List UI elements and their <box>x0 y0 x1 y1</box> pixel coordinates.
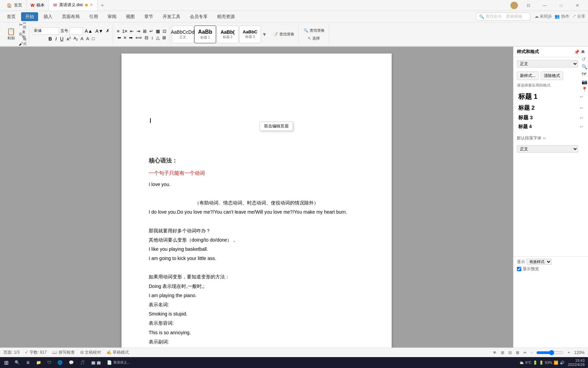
eye-icon[interactable]: 👁 <box>493 350 497 355</box>
grid-icon[interactable]: ⊞ <box>501 350 504 355</box>
panel-icon-4[interactable]: 🗺 <box>582 72 587 77</box>
show-valid-select[interactable]: 有效样式 <box>526 259 552 265</box>
decrease-font-button[interactable]: A▼ <box>94 28 104 34</box>
zoom-slider[interactable] <box>536 350 564 355</box>
taskbar-wps[interactable]: 📄 英语讲义... <box>104 358 132 367</box>
taskbar-browser[interactable]: 🌐 <box>55 358 65 367</box>
new-style-button[interactable]: 新样式... <box>517 72 539 80</box>
ribbon-tab-resource[interactable]: 稻壳资源 <box>213 12 239 21</box>
table-button[interactable]: ⊞ <box>161 35 167 40</box>
multiline-button[interactable]: ⊞ <box>142 29 148 34</box>
show-preview-checkbox[interactable] <box>517 267 521 271</box>
style-item-h3[interactable]: 标题 3 ↩ <box>517 113 585 122</box>
ribbon-tab-layout[interactable]: 页面布局 <box>58 12 84 21</box>
tab-doc[interactable]: W 英语讲义.doc ✕ <box>49 0 97 11</box>
find-replace-button[interactable]: 🔍 查找替换 <box>301 27 327 34</box>
add-tab-button[interactable]: + <box>97 2 107 9</box>
tab-wps[interactable]: W 稿本 <box>27 0 49 11</box>
border-button[interactable]: □ <box>91 36 96 41</box>
taskbar-music[interactable]: 🎵 <box>77 358 88 367</box>
collab-icon[interactable]: 👥 协作 <box>555 14 569 19</box>
style-more-button[interactable]: ▾ <box>262 31 267 37</box>
style-item-h4[interactable]: 标题 4 ↩ <box>517 122 585 131</box>
draft-mode[interactable]: ✍ 草稿模式 <box>107 350 129 355</box>
view-icon[interactable]: ⊠ <box>516 350 519 355</box>
paste-button[interactable]: 📋 粘贴 <box>5 26 17 43</box>
font-name-input[interactable] <box>32 27 59 35</box>
justify-button[interactable]: ⟺ <box>134 35 143 40</box>
tab-close-icon[interactable]: ✕ <box>90 3 93 7</box>
bold-button[interactable]: B <box>47 36 53 42</box>
close-button[interactable]: ✕ <box>570 0 585 11</box>
subscript-button[interactable]: A2 <box>72 36 79 41</box>
tile-layout-button[interactable]: ⊡ <box>521 0 536 11</box>
border-para-button[interactable]: ⊡ <box>162 29 167 34</box>
taskbar-wechat[interactable]: 💬 <box>66 358 77 367</box>
line-spacing-button[interactable]: ↕ <box>150 35 154 40</box>
indent-decrease-button[interactable]: ⇤ <box>129 29 135 34</box>
align-right-button[interactable]: ➡ <box>128 35 134 40</box>
taskbar-security[interactable]: 🛡 <box>45 358 54 367</box>
shapes-button[interactable]: △ <box>155 35 161 40</box>
italic-button[interactable]: I <box>54 36 58 42</box>
style-item-h1[interactable]: 标题 1 ↩ <box>517 91 585 103</box>
panel-icon-1[interactable]: ✎ <box>582 49 587 55</box>
increase-font-button[interactable]: A▲ <box>84 28 94 34</box>
current-style-select[interactable]: 正文 <box>517 60 578 67</box>
panel-icon-2[interactable]: ↺ <box>582 57 587 62</box>
style-normal[interactable]: AaBbCcDd 正文 <box>172 26 194 43</box>
ribbon-tab-start[interactable]: 开始 <box>21 12 38 21</box>
doc-compare[interactable]: ⊟ 文稿校对 <box>80 350 101 355</box>
linebreak-button[interactable]: ↵ <box>148 29 154 34</box>
tab-home[interactable]: 🏠 首页 <box>3 0 27 11</box>
taskbar-meeting[interactable]: 🏢 🏢 <box>88 358 103 367</box>
panel-icon-3[interactable]: 🔍 <box>582 64 587 70</box>
ribbon-tab-ref[interactable]: 引用 <box>85 12 102 21</box>
sync-icon[interactable]: ☁ 未同步 <box>535 14 552 19</box>
zoom-plus-button[interactable]: + <box>568 350 570 355</box>
ribbon-tab-review[interactable]: 审阅 <box>103 12 120 21</box>
format-painter-button[interactable]: 🖌 格式刷 <box>18 40 27 47</box>
align-left-button[interactable]: ⬅ <box>116 35 122 40</box>
start-button[interactable]: ⊞ <box>1 358 11 367</box>
doc-content[interactable]: 核心语法： 一个句子只能有一个动词 I love you. （有助动词、情态动词… <box>149 156 364 357</box>
edit-icon[interactable]: ✏ <box>523 350 527 355</box>
minimize-button[interactable]: — <box>537 0 553 11</box>
ribbon-tab-section[interactable]: 章节 <box>140 12 157 21</box>
ribbon-tab-view[interactable]: 视图 <box>122 12 139 21</box>
ribbon-search[interactable]: 🔍 查找命令、搜索模板 <box>476 13 530 20</box>
style-panel-pin-icon[interactable]: 📌 <box>574 49 579 55</box>
font-size-input[interactable] <box>69 27 83 35</box>
body-style-select[interactable]: 正文 <box>517 145 578 153</box>
list-ordered-button[interactable]: 1≡ <box>121 29 128 34</box>
style-heading1[interactable]: AaBb 标题 1 <box>194 26 216 43</box>
ribbon-tab-vip[interactable]: 会员专享 <box>186 12 212 21</box>
font-color-button[interactable]: A <box>80 36 85 41</box>
shading-button[interactable]: ▦ <box>155 29 161 34</box>
ribbon-tab-dev[interactable]: 开发工具 <box>159 12 184 21</box>
indent-increase-button[interactable]: ⇥ <box>135 29 141 34</box>
style-item-h2[interactable]: 标题 2 ↩ <box>517 103 585 113</box>
clear-format-button[interactable]: ✗ <box>105 28 111 33</box>
panel-icon-5[interactable]: 📷 <box>582 79 587 85</box>
writing-layout-button[interactable]: 📝 查找替换 <box>271 31 296 37</box>
style-heading2[interactable]: AaBb( 标题 2 <box>217 26 239 43</box>
highlight-button[interactable]: A <box>85 36 90 41</box>
underline-button[interactable]: U <box>59 36 65 42</box>
ribbon-tab-home[interactable]: 首页 <box>3 12 20 21</box>
list-unordered-button[interactable]: ≡ <box>116 29 120 34</box>
spell-check[interactable]: 📖 拼写检查 <box>52 350 75 355</box>
taskbar-desktop[interactable]: 🖥 <box>23 358 33 367</box>
superscript-button[interactable]: A2 <box>66 36 72 41</box>
avatar[interactable] <box>510 2 518 9</box>
default-font-edit-icon[interactable]: ✏ <box>543 136 546 141</box>
layout-icon[interactable]: ⊟ <box>508 350 512 355</box>
cut-button[interactable]: ✂ 剪切 <box>18 22 27 29</box>
clear-format-button[interactable]: 清除格式 <box>541 72 563 80</box>
maximize-button[interactable]: □ <box>553 0 569 11</box>
search-button[interactable]: 🔍 <box>12 358 22 367</box>
ribbon-tab-insert[interactable]: 插入 <box>39 12 56 21</box>
zoom-minus-button[interactable]: - <box>531 350 532 355</box>
share-icon[interactable]: ↗ 分享 <box>572 14 585 19</box>
style-heading3[interactable]: AaBbC 标题 3 <box>239 26 261 43</box>
